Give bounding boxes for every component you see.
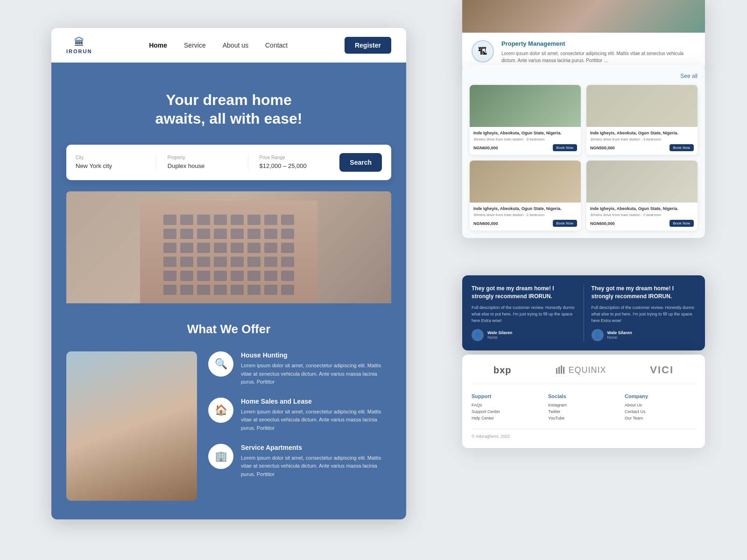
footer-col-support: Support FAQs Support Center Help Center [472, 393, 543, 422]
svg-rect-3 [563, 367, 564, 374]
listing-image-1 [586, 85, 698, 127]
listing-footer-3: NGN600,000 Book Now [590, 220, 694, 227]
offer-apartments-text: Service Apartments Lorem ipsum dolor sit… [241, 444, 391, 479]
search-button[interactable]: Search [339, 153, 382, 172]
footer-about-us[interactable]: About Us [625, 403, 696, 407]
listing-price-1: NGN500,000 [590, 146, 615, 150]
svg-rect-1 [558, 367, 560, 374]
listing-image-3 [586, 161, 698, 203]
property-label: Property [168, 155, 237, 160]
footer-support-center[interactable]: Support Center [472, 409, 543, 414]
listings-grid: Inde Igheyis, Abeokuta, Ogun State, Nige… [470, 85, 698, 231]
property-value: Duplex house [168, 162, 205, 169]
book-btn-0[interactable]: Book Now [553, 144, 577, 151]
offer-sales-desc: Lorem ipsum dolor sit amet, consectetur … [241, 408, 391, 433]
hero-section: Your dream home awaits, all with ease! C… [51, 63, 406, 303]
listing-image-0 [470, 85, 581, 127]
footer-twitter[interactable]: Twitter [548, 409, 619, 414]
listing-footer-1: NGN500,000 Book Now [590, 144, 694, 151]
footer-socials-heading: Socials [548, 393, 619, 399]
offers-image [66, 351, 197, 501]
testimonial-0: They got me my dream home! I strongly re… [472, 285, 576, 341]
footer-instagram[interactable]: Instagram [548, 403, 619, 407]
listing-meta-1: 30mins drive from train station · 3 bedr… [590, 137, 694, 141]
search-divider-1 [156, 154, 156, 171]
listing-meta-2: 30mins drive from train station · 2 bedr… [473, 213, 577, 217]
listing-location-2: Inde Igheyis, Abeokuta, Ogun State, Nige… [473, 206, 577, 211]
author-info-0: Wale Silaren None [487, 330, 512, 340]
brand-bxp: bxp [493, 365, 512, 376]
footer-our-team[interactable]: Our Team [625, 416, 696, 420]
main-website-card: 🏛 IRORUN Home Service About us Contact R… [51, 28, 406, 519]
listing-location-0: Inde Igheyis, Abeokuta, Ogun State, Nige… [473, 131, 577, 135]
book-btn-2[interactable]: Book Now [553, 220, 577, 227]
property-field[interactable]: Property Duplex house [168, 155, 237, 170]
price-value: $12,000 – 25,000 [260, 162, 307, 169]
search-bar: City New York city Property Duplex house… [66, 145, 391, 180]
register-button[interactable]: Register [345, 37, 391, 54]
brand-vici: VICI [650, 364, 674, 376]
offers-content: 🔍 House Hunting Lorem ipsum dolor sit am… [66, 351, 391, 501]
author-info-1: Wale Silaren None [607, 330, 632, 340]
listings-card: See all Inde Igheyis, Abeokuta, Ogun Sta… [462, 65, 705, 238]
testimonial-text-1: Full description of the customer review.… [592, 304, 696, 324]
listing-meta-0: 30mins drive from train station · 3 bedr… [473, 137, 577, 141]
price-field[interactable]: Price Range $12,000 – 25,000 [260, 155, 329, 170]
offer-item-apartments: 🏢 Service Apartments Lorem ipsum dolor s… [208, 444, 391, 479]
footer-contact-us[interactable]: Contact Us [625, 409, 696, 414]
see-all-link[interactable]: See all [470, 73, 698, 79]
listing-price-0: NGN600,000 [473, 146, 498, 150]
offer-sales-text: Home Sales and Lease Lorem ipsum dolor s… [241, 398, 391, 433]
testimonial-author-1: 👤 Wale Silaren None [592, 329, 696, 341]
book-btn-1[interactable]: Book Now [669, 144, 694, 151]
city-field[interactable]: City New York city [76, 155, 145, 170]
svg-rect-2 [561, 365, 562, 374]
property-mgmt-image [462, 0, 705, 33]
listing-footer-0: NGN600,000 Book Now [473, 144, 577, 151]
listing-footer-2: NGN600,000 Book Now [473, 220, 577, 227]
listing-info-3: Inde Igheyis, Abeokuta, Ogun State, Nige… [586, 203, 698, 231]
listing-card-1: Inde Igheyis, Abeokuta, Ogun State, Nige… [586, 85, 698, 155]
listing-card-0: Inde Igheyis, Abeokuta, Ogun State, Nige… [470, 85, 581, 155]
listing-price-2: NGN600,000 [473, 221, 498, 226]
nav-contact[interactable]: Contact [265, 42, 288, 49]
footer-support-heading: Support [472, 393, 543, 399]
nav-about[interactable]: About us [223, 42, 248, 49]
offer-hunting-title: House Hunting [241, 351, 391, 359]
city-label: City [76, 155, 145, 160]
logo: 🏛 IRORUN [66, 36, 92, 54]
property-mgmt-info: Property Management Lorem ipsum dolor si… [501, 40, 696, 64]
svg-rect-0 [556, 368, 557, 374]
navbar: 🏛 IRORUN Home Service About us Contact R… [51, 28, 406, 63]
listing-info-2: Inde Igheyis, Abeokuta, Ogun State, Nige… [470, 203, 581, 231]
building-shape [140, 201, 317, 303]
testimonial-title-0: They got me my dream home! I strongly re… [472, 285, 576, 301]
footer-links: Support FAQs Support Center Help Center … [472, 393, 696, 422]
footer-faqs[interactable]: FAQs [472, 403, 543, 407]
listing-location-3: Inde Igheyis, Abeokuta, Ogun State, Nige… [590, 206, 694, 211]
listing-image-2 [470, 161, 581, 203]
listing-location-1: Inde Igheyis, Abeokuta, Ogun State, Nige… [590, 131, 694, 135]
search-divider-2 [248, 154, 248, 171]
testimonial-divider [584, 285, 584, 341]
nav-service[interactable]: Service [184, 42, 206, 49]
price-label: Price Range [260, 155, 329, 160]
footer-col-company: Company About Us Contact Us Our Team [625, 393, 696, 422]
footer-help-center[interactable]: Help Center [472, 416, 543, 420]
offers-list: 🔍 House Hunting Lorem ipsum dolor sit am… [208, 351, 391, 501]
property-mgmt-desc: Lorem ipsum dolor sit amet, consectetur … [501, 50, 696, 64]
brands-row: bxp EQUINIX VICI [472, 364, 696, 384]
testimonials-card: They got me my dream home! I strongly re… [462, 275, 705, 350]
offer-item-hunting: 🔍 House Hunting Lorem ipsum dolor sit am… [208, 351, 391, 386]
book-btn-3[interactable]: Book Now [669, 220, 694, 227]
author-avatar-1: 👤 [592, 329, 604, 341]
nav-links: Home Service About us Contact [149, 41, 288, 49]
author-avatar-0: 👤 [472, 329, 484, 341]
offer-apartments-title: Service Apartments [241, 444, 391, 451]
nav-home[interactable]: Home [149, 42, 167, 49]
logo-text: IRORUN [66, 49, 92, 54]
testimonial-title-1: They got me my dream home! I strongly re… [592, 285, 696, 301]
offers-image-inner [66, 351, 197, 501]
footer-youtube[interactable]: YouTube [548, 416, 619, 420]
listing-price-3: NGN600,000 [590, 221, 615, 226]
